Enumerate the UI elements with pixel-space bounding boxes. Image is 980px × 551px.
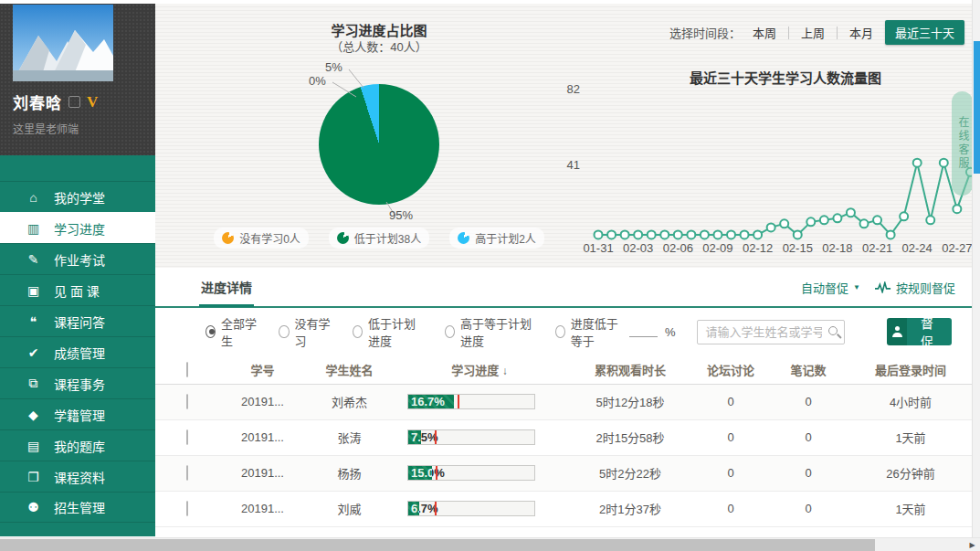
progress-bar: 7.5% 7.5% bbox=[407, 429, 535, 445]
profile-block: 刘春晗 V 这里是老师端 bbox=[0, 4, 155, 155]
progress-fill: 7.5% bbox=[408, 430, 421, 444]
live-class-icon: ▣ bbox=[26, 283, 41, 298]
search-input[interactable] bbox=[697, 320, 845, 344]
radio-icon bbox=[205, 325, 216, 338]
sidebar-item-2[interactable]: ✎作业考试 bbox=[0, 243, 155, 274]
sort-desc-icon[interactable]: ↓ bbox=[502, 365, 508, 377]
sidebar-item-8[interactable]: ▤我的题库 bbox=[0, 429, 155, 461]
table-row-3: 20191...刘威 6.7% 6.7% 2时1分37秒001天前 bbox=[155, 491, 972, 526]
row-checkbox-cell bbox=[155, 384, 219, 419]
avatar-image bbox=[13, 5, 113, 81]
filter-radio-1[interactable]: 没有学习 bbox=[279, 314, 330, 349]
cell-student-id: 20191... bbox=[219, 384, 306, 419]
user-name: 刘春晗 bbox=[13, 90, 62, 113]
filter-radio-0[interactable]: 全部学生 bbox=[205, 314, 257, 349]
row-checkbox[interactable] bbox=[186, 465, 188, 481]
header-checkbox-cell bbox=[155, 355, 219, 384]
cell-student-name[interactable]: 刘威 bbox=[306, 491, 393, 526]
sidebar-item-1[interactable]: ▥学习进度 bbox=[0, 212, 155, 243]
sidebar-item-7[interactable]: ◆学籍管理 bbox=[0, 398, 155, 429]
flow-xtick: 02-15 bbox=[777, 241, 817, 255]
auto-supervise-dropdown[interactable]: 自动督促 ▼ bbox=[801, 279, 860, 296]
cell-last-login: 4小时前 bbox=[849, 384, 972, 419]
cell-forum: 0 bbox=[694, 455, 767, 491]
progress-fill: 16.7% bbox=[408, 395, 454, 408]
pulse-icon bbox=[875, 281, 891, 293]
horizontal-scrollbar-thumb[interactable] bbox=[0, 539, 875, 551]
cell-student-name[interactable]: 杨扬 bbox=[306, 455, 393, 491]
flow-xtick: 02-09 bbox=[698, 241, 738, 255]
person-icon bbox=[887, 318, 907, 345]
auto-supervise-label: 自动督促 bbox=[801, 279, 848, 296]
filter-radio-2[interactable]: 低于计划进度 bbox=[353, 314, 423, 349]
flow-xtick: 02-24 bbox=[897, 241, 937, 255]
rule-supervise-label: 按规则督促 bbox=[896, 279, 955, 296]
online-service-tab[interactable]: 在线客服 bbox=[952, 91, 972, 196]
filter-radio-4[interactable]: 进度低于等于% bbox=[555, 314, 675, 349]
filter-label: 高于等于计划进度 bbox=[460, 314, 533, 349]
percent-input[interactable] bbox=[629, 326, 657, 337]
sidebar-item-9[interactable]: ❐课程资料 bbox=[0, 461, 155, 492]
sidebar-item-0[interactable]: ⌂我的学堂 bbox=[0, 181, 155, 212]
grades-icon: ✔ bbox=[26, 345, 41, 360]
cell-last-login: 1天前 bbox=[849, 419, 972, 455]
row-checkbox[interactable] bbox=[186, 429, 188, 445]
vertical-scrollbar-thumb[interactable] bbox=[974, 41, 980, 174]
cell-watch-time: 2时15分58秒 bbox=[566, 419, 694, 455]
sidebar-item-4[interactable]: ❝课程问答 bbox=[0, 305, 155, 336]
plan-marker bbox=[436, 466, 437, 480]
sidebar-item-label: 课程资料 bbox=[54, 468, 105, 486]
sidebar-item-5[interactable]: ✔成绩管理 bbox=[0, 336, 155, 367]
sidebar-item-label: 学习进度 bbox=[54, 219, 105, 238]
course-affairs-icon: ⧉ bbox=[26, 376, 41, 391]
vertical-scrollbar[interactable] bbox=[972, 0, 980, 537]
tab-row: 进度详情 自动督促 ▼ 按规则督促 bbox=[155, 268, 972, 308]
course-qa-icon: ❝ bbox=[26, 314, 41, 329]
search-wrap bbox=[697, 320, 845, 344]
row-checkbox[interactable] bbox=[186, 394, 188, 409]
progress-chart-icon: ▥ bbox=[26, 221, 41, 236]
rule-supervise-button[interactable]: 按规则督促 bbox=[875, 279, 955, 296]
row-checkbox-cell bbox=[155, 419, 219, 455]
progress-bar: 15.0% 15.0% bbox=[407, 465, 535, 481]
supervise-button-label: 督促 bbox=[907, 318, 952, 345]
row-checkbox-cell bbox=[155, 491, 219, 526]
select-all-checkbox[interactable] bbox=[186, 362, 188, 377]
cell-student-id: 20191... bbox=[219, 419, 306, 455]
progress-bar: 16.7% 16.7% bbox=[407, 394, 535, 409]
flow-line-chart bbox=[155, 4, 972, 269]
cell-progress: 6.7% 6.7% bbox=[393, 491, 566, 526]
cell-forum: 0 bbox=[694, 419, 767, 455]
progress-fill: 6.7% bbox=[408, 502, 419, 515]
student-filter-row: 全部学生没有学习低于计划进度高于等于计划进度进度低于等于% 督促 bbox=[155, 308, 972, 355]
filter-label: 低于计划进度 bbox=[368, 314, 423, 349]
sidebar-item-6[interactable]: ⧉课程事务 bbox=[0, 367, 155, 398]
cell-progress: 16.7% 16.7% bbox=[393, 384, 566, 419]
filter-radio-3[interactable]: 高于等于计划进度 bbox=[445, 314, 533, 349]
sidebar-item-10[interactable]: ⚉招生管理 bbox=[0, 492, 155, 523]
cell-forum: 0 bbox=[694, 384, 767, 419]
filter-label: 没有学习 bbox=[295, 314, 331, 349]
scroll-right-button[interactable]: ▶ bbox=[964, 538, 980, 551]
sidebar-item-label: 课程事务 bbox=[54, 375, 105, 393]
radio-icon bbox=[445, 325, 455, 338]
table-row-0: 20191...刘希杰 16.7% 16.7% 5时12分18秒004小时前 bbox=[155, 384, 972, 419]
tab-progress-detail[interactable]: 进度详情 bbox=[199, 267, 254, 307]
main-content: 学习进度占比图 （总人数：40人） 5% 0% 95% 没有学习0人低于计划38… bbox=[155, 4, 972, 537]
table-row-2: 20191...杨扬 15.0% 15.0% 5时2分22秒0026分钟前 bbox=[155, 455, 972, 491]
sidebar-item-3[interactable]: ▣见 面 课 bbox=[0, 274, 155, 305]
role-subtitle: 这里是老师端 bbox=[13, 121, 155, 136]
search-icon[interactable] bbox=[828, 326, 838, 335]
cell-student-name[interactable]: 刘希杰 bbox=[306, 384, 393, 419]
row-checkbox[interactable] bbox=[186, 501, 188, 516]
horizontal-scrollbar[interactable]: ▶ bbox=[0, 537, 980, 551]
supervise-button[interactable]: 督促 bbox=[887, 318, 952, 345]
flow-ytick: 41 bbox=[553, 158, 580, 172]
radio-icon bbox=[555, 325, 565, 338]
flow-xtick: 02-06 bbox=[658, 241, 698, 255]
flow-xtick: 02-21 bbox=[858, 241, 898, 255]
cell-student-name[interactable]: 张涛 bbox=[306, 419, 393, 455]
vip-badge: V bbox=[87, 93, 98, 111]
course-materials-icon: ❐ bbox=[26, 470, 41, 484]
cell-student-id: 20191... bbox=[219, 491, 306, 526]
